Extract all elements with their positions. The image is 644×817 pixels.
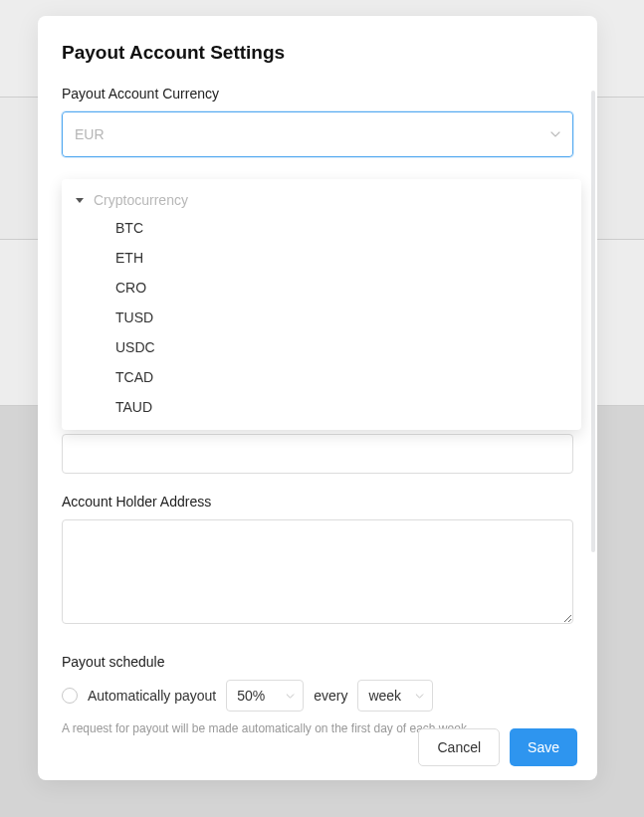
currency-dropdown: Cryptocurrency BTC ETH CRO TUSD USDC TCA…: [62, 179, 581, 430]
schedule-label: Payout schedule: [62, 654, 573, 670]
period-select[interactable]: week: [357, 680, 433, 712]
period-value: week: [368, 688, 401, 704]
caret-down-icon: [76, 198, 84, 203]
dropdown-item-usdc[interactable]: USDC: [62, 332, 581, 362]
dropdown-item-btc[interactable]: BTC: [62, 213, 581, 243]
auto-payout-label: Automatically payout: [88, 688, 216, 704]
cancel-button[interactable]: Cancel: [418, 728, 500, 766]
chevron-down-icon: [414, 691, 424, 701]
auto-payout-radio[interactable]: [62, 688, 78, 704]
chevron-down-icon: [285, 691, 295, 701]
dropdown-item-tusd[interactable]: TUSD: [62, 303, 581, 332]
dropdown-item-cro[interactable]: CRO: [62, 273, 581, 303]
dropdown-item-taud[interactable]: TAUD: [62, 392, 581, 422]
currency-label: Payout Account Currency: [62, 86, 573, 102]
chevron-down-icon: [550, 129, 560, 139]
hidden-field[interactable]: [62, 434, 573, 474]
dropdown-item-eth[interactable]: ETH: [62, 243, 581, 273]
dropdown-group-label: Cryptocurrency: [94, 192, 188, 208]
dropdown-group-crypto[interactable]: Cryptocurrency: [62, 187, 581, 213]
percent-value: 50%: [237, 688, 265, 704]
payout-settings-modal: Payout Account Settings Payout Account C…: [38, 16, 597, 780]
modal-footer: Cancel Save: [418, 728, 577, 766]
address-label: Account Holder Address: [62, 494, 573, 510]
currency-select[interactable]: EUR: [62, 111, 573, 157]
percent-select[interactable]: 50%: [226, 680, 304, 712]
every-label: every: [314, 688, 347, 704]
dropdown-item-tcad[interactable]: TCAD: [62, 362, 581, 392]
currency-placeholder: EUR: [75, 126, 105, 142]
save-button[interactable]: Save: [510, 728, 577, 766]
address-textarea[interactable]: [62, 519, 573, 624]
modal-title: Payout Account Settings: [62, 42, 573, 64]
